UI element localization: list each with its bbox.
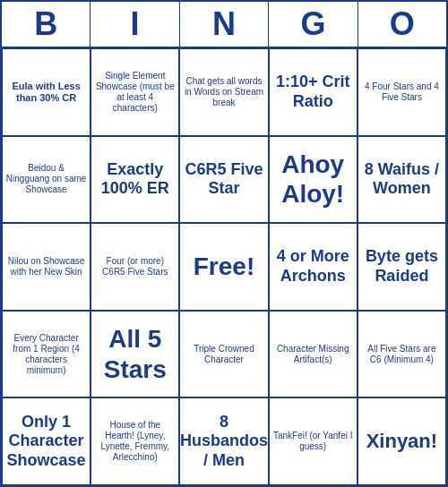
bingo-cell-23: TankFei! (or Yanfei I guess)	[269, 397, 358, 485]
bingo-cell-19: All Five Stars are C6 (Minimum 4)	[358, 311, 446, 398]
header-letter-g: G	[269, 2, 358, 47]
bingo-cell-11: Four (or more) C6R5 Five Stars	[90, 223, 179, 311]
bingo-cell-15: Every Character from 1 Region (4 charact…	[2, 311, 90, 398]
header-letter-i: I	[90, 2, 179, 47]
bingo-cell-3: 1:10+ Crit Ratio	[269, 48, 358, 136]
bingo-header: BINGO	[2, 2, 446, 48]
bingo-grid: Eula with Less than 30% CRSingle Element…	[2, 48, 446, 485]
bingo-cell-13: 4 or More Archons	[269, 223, 358, 311]
bingo-cell-6: Exactly 100% ER	[90, 136, 179, 224]
bingo-cell-4: 4 Four Stars and 4 Five Stars	[358, 48, 446, 136]
bingo-cell-14: Byte gets Raided	[358, 223, 446, 311]
bingo-cell-8: Ahoy Aloy!	[269, 136, 358, 224]
bingo-cell-18: Character Missing Artifact(s)	[269, 311, 358, 398]
bingo-cell-24: Xinyan!	[358, 397, 446, 485]
bingo-cell-2: Chat gets all words in Words on Stream b…	[179, 48, 268, 136]
header-letter-b: B	[2, 2, 90, 47]
bingo-cell-22: 8 Husbandos / Men	[179, 397, 268, 485]
bingo-cell-1: Single Element Showcase (must be at leas…	[90, 48, 179, 136]
bingo-cell-5: Beidou & Ningguang on same Showcase	[2, 136, 90, 224]
bingo-cell-21: House of the Hearth! (Lyney, Lynette, Fr…	[90, 397, 179, 485]
bingo-cell-0: Eula with Less than 30% CR	[2, 48, 90, 136]
bingo-cell-16: All 5 Stars	[90, 311, 179, 398]
bingo-cell-12: Free!	[179, 223, 268, 311]
bingo-cell-7: C6R5 Five Star	[179, 136, 268, 224]
bingo-cell-20: Only 1 Character Showcase	[2, 397, 90, 485]
bingo-cell-9: 8 Waifus / Women	[358, 136, 446, 224]
bingo-cell-17: Triple Crowned Character	[179, 311, 268, 398]
header-letter-n: N	[180, 2, 269, 47]
bingo-cell-10: Nilou on Showcase with her New Skin	[2, 223, 90, 311]
header-letter-o: O	[358, 2, 446, 47]
bingo-card: BINGO Eula with Less than 30% CRSingle E…	[0, 0, 448, 487]
